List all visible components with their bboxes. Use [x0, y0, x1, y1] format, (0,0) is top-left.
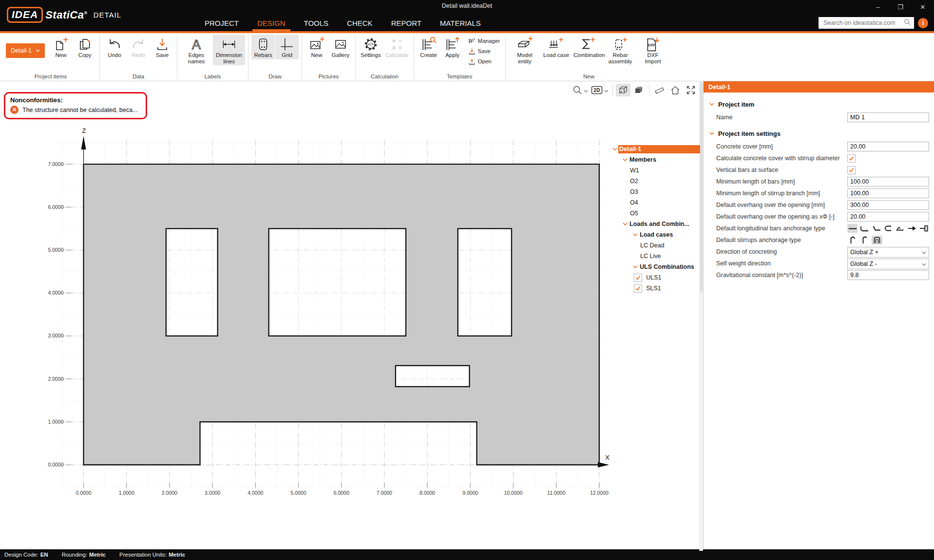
minimum-length-of-stirrup-branch-mm--field[interactable]: [847, 188, 929, 198]
zoom-tool-button[interactable]: [572, 84, 589, 96]
chevron-down-icon[interactable]: [709, 132, 714, 135]
tree-item-uls1[interactable]: ULS1: [610, 272, 700, 283]
tree-item-load-cases[interactable]: Load cases: [610, 229, 700, 240]
tree-item-lc-dead[interactable]: LC Dead: [610, 240, 700, 251]
tree-item-o2[interactable]: O2: [610, 176, 700, 187]
tree-item-o3[interactable]: O3: [610, 187, 700, 197]
anch-hook-45-option[interactable]: [871, 224, 881, 233]
gravitational-constant-m-s-2--field[interactable]: [847, 270, 929, 280]
anch-plate-tri-option[interactable]: [907, 224, 917, 233]
concrete-cover-mm--field[interactable]: [847, 142, 929, 151]
drawing-canvas[interactable]: 0.00001.00002.00003.00004.00005.00006.00…: [0, 81, 610, 551]
tree-item-o4[interactable]: O4: [610, 197, 700, 208]
home-view-button[interactable]: [668, 84, 683, 96]
default-overhang-over-the-opening-mm--field[interactable]: [847, 200, 929, 210]
section-header-project-item-settings[interactable]: Project item settings: [709, 128, 934, 139]
stirrup-hook-option[interactable]: [847, 236, 858, 244]
chevron-down-icon[interactable]: [584, 86, 588, 94]
chevron-down-icon[interactable]: [922, 261, 926, 267]
chevron-down-icon[interactable]: [922, 249, 926, 256]
section-view-button[interactable]: [652, 84, 667, 96]
wireframe-view-button[interactable]: [616, 84, 630, 96]
minimum-length-of-bars-mm--field[interactable]: [847, 177, 929, 187]
chevron-down-icon[interactable]: [611, 148, 618, 150]
search-icon[interactable]: [904, 19, 911, 28]
chevron-down-icon[interactable]: [632, 265, 639, 268]
tab-check[interactable]: CHECK: [341, 15, 379, 31]
restore-button[interactable]: ❐: [889, 0, 912, 14]
save-button[interactable]: Save: [151, 35, 174, 59]
tab-design[interactable]: DESIGN: [251, 15, 291, 31]
tree-item-w1[interactable]: W1: [610, 165, 700, 176]
tab-tools[interactable]: TOOLS: [298, 15, 335, 31]
chevron-down-icon[interactable]: [604, 86, 609, 94]
search-box[interactable]: [819, 17, 914, 29]
checkbox-uls1[interactable]: [634, 274, 642, 282]
direction-of-concreting-select[interactable]: Global Z +: [847, 247, 929, 258]
gallery-button[interactable]: Gallery: [329, 35, 352, 59]
rebar-assembly-button[interactable]: Rebar assembly: [604, 35, 636, 65]
undo-button[interactable]: Undo: [103, 35, 126, 59]
chevron-down-icon[interactable]: [622, 158, 629, 161]
info-icon[interactable]: i: [918, 18, 928, 28]
anch-hook-loop-option[interactable]: [895, 224, 905, 233]
save-small-button[interactable]: Save: [467, 47, 501, 56]
view-2d-button[interactable]: 2D: [590, 84, 610, 96]
minimize-button[interactable]: –: [867, 0, 889, 14]
dimension-lines-button[interactable]: Dimension lines: [213, 35, 245, 65]
new-button[interactable]: New: [49, 35, 73, 59]
rebars-button[interactable]: Rebars: [251, 35, 275, 59]
anch-hook-90-option[interactable]: [859, 224, 869, 233]
ribbon-buttons-row: Model entityLoad caseCombinationRebar as…: [509, 35, 669, 73]
load-case-button[interactable]: Load case: [541, 35, 571, 59]
tab-project[interactable]: PROJECT: [199, 15, 245, 31]
close-button[interactable]: ✕: [912, 0, 934, 14]
search-input[interactable]: [822, 19, 904, 27]
tree-item-loads-and-combin-[interactable]: Loads and Combin...: [610, 219, 700, 229]
tree-item-o5[interactable]: O5: [610, 208, 700, 219]
calculate-concrete-cover-with-stirrup-diameter-checkbox[interactable]: [847, 154, 856, 163]
chevron-down-icon[interactable]: [632, 233, 639, 236]
solid-view-button[interactable]: [631, 84, 646, 96]
tree-item-lc-live[interactable]: LC Live: [610, 251, 700, 261]
default-overhang-over-the-opening-as-x--field[interactable]: [847, 212, 929, 222]
open-small-button[interactable]: Open: [467, 57, 501, 66]
anch-plate-square-option[interactable]: [919, 224, 929, 233]
grid-button[interactable]: Grid: [275, 35, 299, 59]
stirrup-bend-option[interactable]: [859, 236, 870, 244]
name-field[interactable]: [847, 112, 929, 122]
stirrup-closed-option[interactable]: [872, 236, 882, 244]
scrollbar-thumb[interactable]: [700, 82, 703, 292]
new-button[interactable]: New: [305, 35, 328, 59]
anch-straight-option[interactable]: [847, 224, 858, 233]
calculate-button[interactable]: +−×÷Calculate: [383, 35, 411, 59]
fit-view-button[interactable]: [684, 84, 698, 96]
create-button[interactable]: Create: [417, 35, 440, 59]
anch-hook-u-option[interactable]: [883, 224, 893, 233]
manager-small-button[interactable]: Manager: [467, 37, 501, 45]
combination-button[interactable]: Combination: [572, 35, 604, 59]
project-item-selector[interactable]: Detail-1: [6, 43, 45, 58]
apply-button[interactable]: Apply: [441, 35, 464, 59]
chevron-down-icon[interactable]: [709, 103, 714, 106]
vertical-bars-at-surface-checkbox[interactable]: [847, 166, 856, 174]
edges-names-button[interactable]: AEdges names: [180, 35, 212, 65]
tab-materials[interactable]: MATERIALS: [434, 15, 487, 31]
chevron-down-icon[interactable]: [622, 223, 629, 225]
checkbox-sls1[interactable]: [634, 284, 642, 293]
property-label: Minimum length of stirrup branch [mm]: [716, 190, 820, 197]
redo-button[interactable]: Redo: [127, 35, 150, 59]
tree-item-sls1[interactable]: SLS1: [610, 283, 700, 294]
section-header-project-item[interactable]: Project item: [709, 98, 934, 110]
settings-button[interactable]: </>Settings: [359, 35, 383, 59]
tab-report[interactable]: REPORT: [385, 15, 427, 31]
self-weight-direction-select[interactable]: Global Z -: [847, 259, 929, 269]
dxf-import-button[interactable]: DXFDXF Import: [637, 35, 669, 65]
tree-item-uls-combinations[interactable]: ULS Combinations: [610, 261, 700, 272]
manager-small-icon: [468, 37, 476, 45]
copy-button[interactable]: Copy: [73, 35, 96, 59]
model-entity-button[interactable]: Model entity: [509, 35, 541, 65]
tree-item-detail-1[interactable]: Detail-1: [610, 144, 700, 154]
nonconformities-warning: Nonconformities: ✕ The structure cannot …: [4, 92, 147, 119]
tree-item-members[interactable]: Members: [610, 154, 700, 165]
